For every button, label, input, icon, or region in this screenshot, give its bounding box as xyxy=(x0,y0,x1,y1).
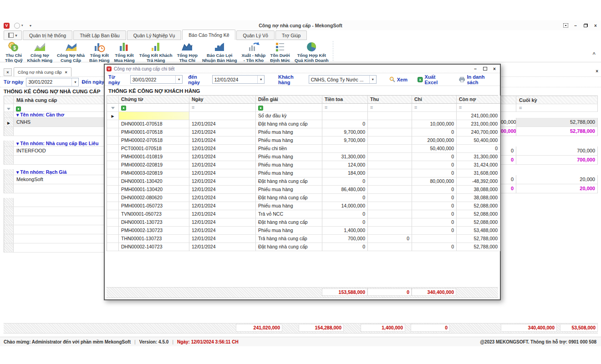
tabbar-close-icon[interactable]: × xyxy=(596,69,598,74)
close-all-tabs-button[interactable]: × xyxy=(4,68,12,76)
area-gray-icon xyxy=(27,40,52,53)
close-button[interactable]: × xyxy=(593,23,598,28)
supplier-row[interactable]: INTERFOOD xyxy=(14,147,106,156)
chevron-down-icon[interactable]: ▼ xyxy=(257,76,264,83)
table-row[interactable]: DHN00002-14072312/01/2024Đặt hàng nhà cu… xyxy=(107,243,498,251)
filter-cell[interactable]: = xyxy=(322,104,368,112)
partial-total-cell: 0 xyxy=(501,156,516,165)
toolbar-item-bars-green[interactable]: Tổng Kết KháchTrả Hàng xyxy=(137,40,175,63)
supplier-row[interactable]: CNHS xyxy=(14,118,106,127)
table-row[interactable]: PMH00001-13042012/01/2024Phiếu mua hàng8… xyxy=(107,186,498,194)
toolbar-item-list[interactable]: Tồn DướiĐịnh Mức xyxy=(268,40,292,63)
column-header[interactable]: Chi xyxy=(412,96,457,104)
chevron-down-icon[interactable]: ▼ xyxy=(175,76,182,83)
print-list-button[interactable]: In danh sách xyxy=(459,74,496,85)
dialog-close-button[interactable]: × xyxy=(492,66,497,71)
table-row[interactable]: PMH00002-13072312/01/2024Phiếu mua hàng1… xyxy=(107,227,498,235)
table-row[interactable]: ▶Số dư đầu kỳ241,000,000 xyxy=(107,112,498,120)
empty-row xyxy=(14,207,106,216)
toolbar-item-coins[interactable]: $Thu ChiTồn Quỹ xyxy=(3,40,25,63)
column-header[interactable]: Tiền toa xyxy=(322,96,368,104)
filter-row-indicator xyxy=(4,104,14,112)
quick-access-toolbar[interactable]: ▾ ▼ xyxy=(14,23,32,29)
dialog-minimize-button[interactable]: – xyxy=(473,66,478,71)
supplier-column-header[interactable]: Mã nhà cung cấp xyxy=(14,96,106,104)
table-row[interactable]: DHN00001-13042012/01/2024Đặt hàng nhà cu… xyxy=(107,177,498,186)
toolbar-item-bars-multi[interactable]: Tổng KếtMua Hàng xyxy=(112,40,137,63)
supplier-filter-cell[interactable] xyxy=(14,104,106,112)
table-row[interactable]: TVN00001-05072312/01/2024Trả vỏ NCC0052,… xyxy=(107,210,498,218)
filter-cell[interactable] xyxy=(256,104,322,112)
table-row[interactable]: PCT00001-07051812/01/2024Phiếu chi tiền5… xyxy=(107,145,498,153)
view-button[interactable]: Xem xyxy=(389,76,407,82)
closing-value-cell[interactable]: 700,000 xyxy=(516,147,598,156)
chevron-down-icon[interactable]: ▾ xyxy=(21,24,23,27)
window-title: Công nợ nhà cung cấp - MekongSoft xyxy=(0,23,601,28)
table-row[interactable]: PMH00001-07051812/01/2024Phiếu mua hàng9… xyxy=(107,128,498,136)
export-excel-button[interactable]: X Xuất Excel xyxy=(418,74,449,85)
toolbar-item-solid-chart[interactable]: Báo Cáo LợiNhuận Bán Hàng xyxy=(200,40,239,63)
from-date-combo[interactable]: 30/01/2022▼ xyxy=(26,78,79,86)
filter-cell[interactable]: = xyxy=(189,104,256,112)
closing-value-cell[interactable]: 52,788,000 xyxy=(516,118,598,127)
group-header[interactable]: ▾ Tên nhóm: Rạch Giá xyxy=(14,169,106,175)
empty-row xyxy=(14,225,106,234)
ribbon-tab[interactable]: Thiết Lập Ban Đầu xyxy=(73,30,126,40)
table-row[interactable]: PMH00001-05072312/01/2024Phiếu mua hàng1… xyxy=(107,202,498,210)
table-row[interactable]: DHN00002-08062012/01/2024Đặt hàng nhà cu… xyxy=(107,194,498,202)
filter-cell[interactable] xyxy=(119,104,189,112)
column-header[interactable]: Còn nợ xyxy=(457,96,500,104)
closing-value-cell[interactable]: 20,000 xyxy=(516,175,598,184)
table-row[interactable]: PMH00001-01081912/01/2024Phiếu mua hàng3… xyxy=(107,153,498,161)
tab-close-icon[interactable]: × xyxy=(65,70,67,75)
toolbar-item-area-gray[interactable]: Công NợKhách Hàng xyxy=(25,40,55,63)
closing-filter-cell[interactable]: = xyxy=(516,104,598,112)
group-header[interactable]: ▾ Tên nhóm: Nhà cung cấp Bạc Liêu xyxy=(14,141,106,147)
table-row[interactable]: DHN00001-07051812/01/2024Đặt hàng nhà cu… xyxy=(107,120,498,128)
column-header[interactable]: Thu xyxy=(368,96,412,104)
quick-access-icon[interactable] xyxy=(14,23,20,29)
chevron-down-icon[interactable]: ▼ xyxy=(71,78,78,86)
fullscreen-button[interactable] xyxy=(563,23,568,28)
minimize-button[interactable]: – xyxy=(573,23,578,28)
table-row[interactable]: DHN00001-13072312/01/2024Đặt hàng nhà cu… xyxy=(107,218,498,227)
table-row[interactable]: PMH00002-02081912/01/2024Phiếu mua hàng1… xyxy=(107,161,498,169)
document-tab-label: Công nợ nhà cung cấp xyxy=(18,70,62,75)
dialog-title: Công nợ nhà cung cấp chi tiết xyxy=(114,66,174,71)
filter-cell[interactable]: = xyxy=(368,104,412,112)
dialog-from-date-combo[interactable]: 30/01/2022▼ xyxy=(130,75,183,84)
filter-cell[interactable]: = xyxy=(457,104,500,112)
supplier-row[interactable]: MekongSoft xyxy=(14,175,106,184)
app-menu-button[interactable]: ▾ xyxy=(4,30,22,40)
chevron-down-icon[interactable]: ▼ xyxy=(369,76,376,83)
group-header[interactable]: ▾ Tên nhóm: Cần thơ xyxy=(14,112,106,118)
ribbon-tab[interactable]: Trợ Giúp xyxy=(275,30,307,40)
partial-filter-cell[interactable] xyxy=(501,104,516,112)
ribbon-tab[interactable]: Báo Cáo Thống Kê xyxy=(182,30,235,40)
column-header[interactable]: Diễn giải xyxy=(256,96,322,104)
table-row[interactable]: PMH00003-02081912/01/2024Phiếu mua hàng1… xyxy=(107,169,498,177)
toolbar-item-bars-refresh[interactable]: Xuất - Nhập- Tồn Kho xyxy=(239,40,268,63)
filter-cell[interactable]: = xyxy=(412,104,457,112)
toolbar-item-bars-clock[interactable]: Tổng KếtBán Hàng xyxy=(87,40,112,63)
dialog-maximize-button[interactable] xyxy=(482,66,488,71)
dialog-to-date-combo[interactable]: 12/01/2024▼ xyxy=(212,75,265,84)
column-header[interactable]: Chứng từ xyxy=(119,96,189,104)
dialog-titlebar[interactable]: V Công nợ nhà cung cấp chi tiết – × xyxy=(105,65,500,73)
table-row[interactable]: PMH00002-07051812/01/2024Phiếu mua hàng9… xyxy=(107,136,498,145)
quick-access-menu-icon[interactable]: ▼ xyxy=(29,24,32,27)
column-header[interactable]: Ngày xyxy=(189,96,256,104)
closing-column-header[interactable]: Cuối kỳ xyxy=(516,96,598,104)
ribbon-tab[interactable]: Quản Lý Vỏ xyxy=(236,30,274,40)
empty-row xyxy=(14,234,106,243)
ribbon-tab[interactable]: Quản Lý Nghiệp Vụ xyxy=(127,30,182,40)
toolbar-item-area-blue[interactable]: Công Nợ NhàCung Cấp xyxy=(55,40,87,63)
ribbon-collapse-icon[interactable]: ^ xyxy=(593,51,596,57)
toolbar-item-line-chart[interactable]: Tổng HợpThu Chi xyxy=(175,40,200,63)
customer-combo[interactable]: CNHS, Công Ty Nước ...▼ xyxy=(309,75,377,84)
toolbar-item-pie[interactable]: Tổng Hợp KếtQuả Kinh Doanh xyxy=(292,40,331,63)
ribbon-tab[interactable]: Quản trị hệ thống xyxy=(23,30,72,40)
document-tab[interactable]: Công nợ nhà cung cấp × xyxy=(14,67,71,76)
table-row[interactable]: THN00001-13072312/01/2024Trả hàng nhà cu… xyxy=(107,235,498,243)
restore-button[interactable] xyxy=(583,23,588,28)
